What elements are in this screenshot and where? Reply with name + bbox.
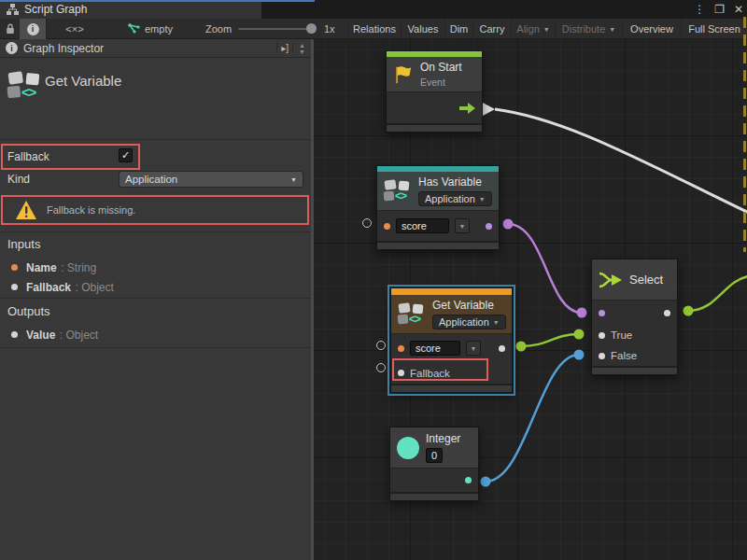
- variable-name-dropdown[interactable]: ▼: [455, 218, 470, 233]
- graph-canvas[interactable]: [314, 39, 747, 560]
- node-header: On Start Event: [387, 57, 482, 92]
- graph-ref-icon: [128, 23, 141, 36]
- graph-icon: [7, 4, 19, 15]
- name-port-dot[interactable]: [384, 223, 390, 230]
- fallback-port-label: Fallback: [410, 368, 450, 379]
- unconnected-port-ring[interactable]: [376, 341, 386, 350]
- unconnected-port-ring[interactable]: [376, 363, 386, 372]
- kind-chip[interactable]: Application ▼: [418, 191, 492, 206]
- variable-icon: <>: [384, 179, 412, 203]
- output-port-dot[interactable]: [465, 477, 472, 483]
- variable-icon: <>: [7, 71, 43, 100]
- node-select[interactable]: Select True False: [591, 259, 678, 375]
- dock-panel-icon[interactable]: ▸]: [276, 43, 293, 53]
- variable-name-dropdown[interactable]: ▼: [466, 341, 481, 356]
- graph-toolbar: i <×> empty Zoom 1x Relations Values Dim…: [0, 19, 747, 39]
- variable-name-field[interactable]: score: [396, 218, 449, 233]
- zoom-label: Zoom: [205, 23, 232, 35]
- kind-chip[interactable]: Application ▼: [432, 315, 506, 329]
- align-button: Align▼: [512, 19, 556, 39]
- node-footer: [377, 241, 499, 249]
- chevron-down-icon: ▼: [479, 196, 486, 203]
- carry-button[interactable]: Carry: [473, 19, 512, 39]
- fallback-field-label: Fallback: [7, 150, 49, 163]
- node-header: Select: [592, 259, 677, 301]
- chevron-down-icon: ▼: [459, 223, 466, 230]
- zoom-slider-track[interactable]: [238, 28, 315, 30]
- node-title: Integer: [426, 432, 460, 445]
- unit-title: Get Variable: [45, 71, 121, 89]
- info-icon: i: [6, 42, 18, 54]
- tab-title: Script Graph: [24, 3, 87, 16]
- window-menu-icon[interactable]: ⋮: [694, 0, 705, 19]
- node-subtitle: Event: [420, 77, 445, 88]
- input-row-fallback: Fallback : Object: [11, 279, 114, 294]
- fallback-port-dot[interactable]: [398, 370, 404, 376]
- node-title: On Start: [420, 61, 462, 74]
- dim-button[interactable]: Dim: [445, 19, 473, 39]
- node-footer: [592, 366, 677, 374]
- fallback-checkbox[interactable]: ✓: [119, 148, 133, 162]
- unconnected-port-ring[interactable]: [362, 218, 372, 228]
- overview-button[interactable]: Overview: [623, 19, 682, 39]
- full-screen-button[interactable]: Full Screen: [682, 19, 747, 39]
- false-port-label: False: [611, 350, 637, 361]
- node-integer[interactable]: Integer 0: [389, 427, 479, 501]
- titlebar: Script Graph ⋮ ❐ ✕: [0, 0, 747, 19]
- node-get-variable[interactable]: <> Get Variable Application ▼ score ▼ Fa…: [390, 287, 513, 393]
- integer-value-field[interactable]: 0: [426, 448, 443, 463]
- node-footer: [390, 492, 478, 500]
- variable-name-field[interactable]: score: [410, 341, 460, 356]
- selection-port-dot[interactable]: [664, 310, 670, 316]
- result-port-dot[interactable]: [486, 223, 492, 230]
- tab-script-graph[interactable]: Script Graph: [0, 0, 261, 19]
- node-title: Has Variable: [418, 175, 482, 189]
- input-row-name: Name : String: [11, 259, 96, 274]
- code-preview-button[interactable]: <×>: [52, 19, 97, 39]
- zoom-slider-handle[interactable]: [306, 23, 317, 34]
- node-header: <> Has Variable Application ▼: [377, 172, 499, 211]
- flow-output-arrow-icon[interactable]: [459, 103, 475, 114]
- chevron-down-icon: ▼: [290, 176, 297, 183]
- kind-field-label: Kind: [7, 173, 30, 186]
- node-has-variable[interactable]: <> Has Variable Application ▼ score ▼: [376, 165, 500, 250]
- node-color-bar: [391, 288, 512, 295]
- node-footer: [391, 384, 512, 392]
- integer-icon: [397, 437, 419, 459]
- node-header: <> Get Variable Application ▼: [391, 295, 512, 334]
- zoom-value: 1x: [324, 23, 335, 35]
- inspector-header: i Graph Inspector ▸] ▲ ▼: [0, 39, 311, 58]
- close-icon[interactable]: ✕: [734, 0, 743, 19]
- warning-icon: [15, 200, 37, 224]
- chevron-down-icon: ▼: [471, 345, 477, 352]
- select-icon: [599, 271, 623, 289]
- scrub-up-icon[interactable]: ▲: [299, 42, 305, 49]
- inspector-toggle-button[interactable]: i: [20, 19, 47, 39]
- inspector-title: Graph Inspector: [23, 42, 271, 55]
- node-title: Get Variable: [432, 299, 494, 312]
- scrub-down-icon[interactable]: ▼: [299, 49, 305, 55]
- lock-button[interactable]: [0, 19, 20, 39]
- false-port-dot[interactable]: [599, 353, 605, 359]
- outputs-heading: Outputs: [7, 304, 50, 318]
- maximize-icon[interactable]: ❐: [714, 0, 725, 19]
- chevron-down-icon: ▼: [543, 26, 550, 33]
- chevron-down-icon: ▼: [609, 26, 615, 33]
- true-port-dot[interactable]: [599, 332, 605, 339]
- graph-ref-label[interactable]: empty: [145, 23, 173, 35]
- value-port-dot[interactable]: [499, 345, 505, 352]
- code-icon: <×>: [65, 23, 83, 35]
- values-button[interactable]: Values: [402, 19, 445, 39]
- node-on-start[interactable]: On Start Event: [386, 50, 483, 133]
- kind-dropdown[interactable]: Application ▼: [119, 171, 303, 188]
- unit-header: <> Get Variable: [0, 60, 311, 140]
- distribute-button: Distribute▼: [556, 19, 623, 39]
- condition-port-dot[interactable]: [599, 310, 605, 316]
- tab-accent-line: [0, 0, 315, 2]
- node-footer: [387, 123, 482, 132]
- name-port-dot[interactable]: [398, 345, 404, 352]
- chevron-down-icon: ▼: [493, 319, 500, 326]
- relations-button[interactable]: Relations: [348, 19, 402, 39]
- port-dot: [11, 264, 18, 271]
- lock-icon: [6, 23, 15, 35]
